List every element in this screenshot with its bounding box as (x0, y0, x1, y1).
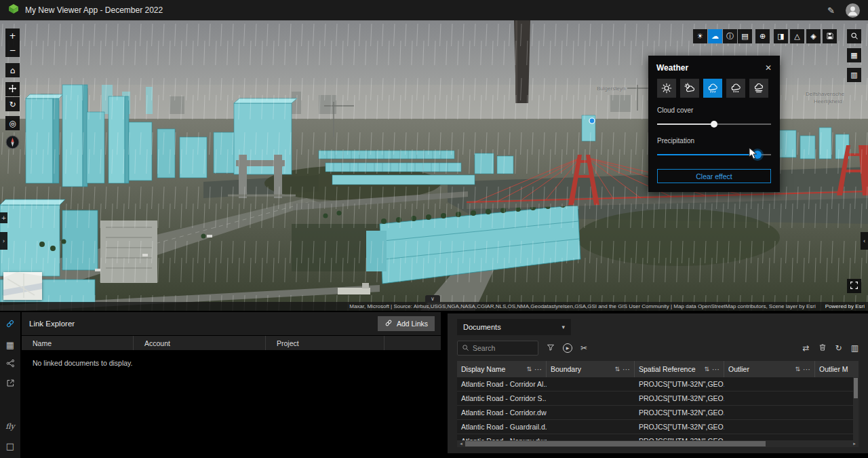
zoom-in-button[interactable]: + (5, 28, 20, 43)
tool-save[interactable] (823, 29, 837, 43)
column-menu-icon[interactable]: ⋯ (623, 366, 630, 373)
app-title: My New Viewer App - December 2022 (25, 5, 163, 15)
weather-mode-foggy[interactable] (749, 79, 768, 98)
search-input[interactable] (473, 344, 527, 352)
column-header-name[interactable]: Name (22, 336, 134, 350)
documents-dropdown[interactable]: Documents ▾ (457, 319, 571, 335)
column-header-outlier-m[interactable]: Outlier M (819, 365, 854, 373)
layers-icon: ◈ (810, 33, 816, 40)
search-box[interactable] (457, 341, 538, 356)
partly-cloudy-icon (684, 83, 695, 94)
right-panel-toggle[interactable]: ‹ (861, 232, 868, 250)
columns-icon: ▥ (851, 344, 859, 352)
powered-by-esri: Powered by Esri (825, 303, 865, 309)
clip-button[interactable]: ✂ (580, 344, 587, 352)
map-label: Delfshavensche (806, 91, 844, 97)
add-links-label: Add Links (397, 320, 428, 328)
orbit-button[interactable]: ◎ (5, 116, 20, 130)
table-row[interactable]: Atlantic Road - Corridor Al...PROJCS["UT… (457, 377, 859, 392)
zoom-out-button[interactable]: − (5, 43, 20, 57)
rotate-button[interactable]: ↻ (5, 97, 20, 111)
link-icon (384, 319, 393, 328)
tool-search[interactable] (847, 29, 861, 43)
dock-frame-button[interactable]: □ (4, 440, 16, 452)
chevron-right-icon: › (3, 238, 5, 244)
precipitation-handle[interactable] (753, 151, 762, 159)
apps-grid-button[interactable]: ▦ (847, 48, 861, 62)
compass-button[interactable] (5, 135, 20, 152)
link-icon (5, 319, 15, 331)
slides-icon: ◨ (777, 33, 784, 40)
column-header-boundary[interactable]: Boundary (551, 365, 612, 373)
column-header-project[interactable]: Project (266, 336, 384, 350)
table-row[interactable]: Atlantic Road - Corridor.dwgPROJCS["UTM-… (457, 406, 859, 420)
table-vertical-scrollbar[interactable] (853, 377, 859, 440)
dock-fly-button[interactable]: fly (4, 420, 16, 432)
home-button[interactable]: ⌂ (5, 63, 20, 77)
sort-icon[interactable]: ⇅ (614, 366, 620, 373)
sort-icon[interactable]: ⇅ (704, 366, 709, 373)
tool-layers[interactable]: ◈ (806, 29, 821, 43)
tool-info[interactable]: ⓘ (723, 29, 737, 43)
column-menu-icon[interactable]: ⋯ (803, 366, 810, 373)
table-row[interactable]: Atlantic Road - Corridor S...PROJCS["UTM… (457, 392, 859, 406)
run-button[interactable]: ▶ (563, 343, 572, 353)
tool-basemap[interactable]: ⊕ (755, 29, 770, 43)
weather-mode-rainy[interactable] (703, 79, 722, 98)
filter-button[interactable] (547, 342, 555, 354)
clear-effect-button[interactable]: Clear effect (657, 169, 771, 183)
column-menu-icon[interactable]: ⋯ (712, 366, 719, 373)
column-header-display-name[interactable]: Display Name (461, 365, 524, 373)
scrollbar-thumb[interactable] (465, 441, 766, 446)
close-icon[interactable]: ✕ (765, 64, 772, 72)
attribution-text: Maxar, Microsoft | Source: Airbus,USGS,N… (349, 303, 816, 309)
bottom-dock: ▦ fly □ (0, 312, 20, 458)
tool-weather[interactable]: ☁ (708, 29, 722, 43)
tool-measure[interactable]: ▤ (738, 29, 752, 43)
columns-button[interactable]: ▥ (851, 344, 859, 352)
user-avatar[interactable] (846, 3, 860, 18)
column-header-outlier[interactable]: Outlier (728, 365, 792, 373)
column-header-account[interactable]: Account (134, 336, 266, 350)
weather-mode-snowy[interactable] (726, 79, 745, 98)
column-header-spatial-reference[interactable]: Spatial Reference (639, 365, 701, 373)
dock-share-button[interactable] (4, 358, 16, 370)
attribution-collapse-tab[interactable]: ∨ (425, 295, 440, 303)
app-logo-icon (8, 3, 19, 17)
tool-slice[interactable]: △ (790, 29, 804, 43)
swap-columns-button[interactable]: ⇄ (803, 344, 810, 352)
dock-table-button[interactable]: ▦ (4, 339, 16, 351)
weather-mode-group (648, 79, 780, 98)
pan-button[interactable] (5, 82, 20, 96)
delete-button[interactable] (818, 342, 827, 354)
table-horizontal-scrollbar[interactable]: ◂ ▸ (457, 440, 859, 447)
panels-button[interactable]: ▥ (847, 68, 861, 82)
table-row[interactable]: Atlantic Road - Guardrail.d...PROJCS["UT… (457, 420, 859, 434)
cloud-cover-slider[interactable] (657, 120, 771, 128)
scroll-right-arrow[interactable]: ▸ (850, 441, 859, 446)
add-links-button[interactable]: Add Links (378, 316, 435, 331)
tool-slides[interactable]: ◨ (774, 29, 788, 43)
home-icon: ⌂ (10, 66, 16, 75)
edit-app-icon[interactable]: ✎ (827, 6, 835, 15)
sort-icon[interactable]: ⇅ (795, 366, 800, 373)
add-panel-button[interactable]: + (0, 212, 7, 223)
dock-export-button[interactable] (4, 378, 16, 390)
column-menu-icon[interactable]: ⋯ (534, 366, 542, 373)
scroll-left-arrow[interactable]: ◂ (457, 441, 465, 446)
cloud-cover-handle[interactable] (711, 121, 717, 128)
play-icon: ▶ (563, 343, 572, 353)
dock-links-button[interactable] (4, 319, 16, 331)
weather-mode-sunny[interactable] (657, 79, 676, 98)
fullscreen-button[interactable] (847, 279, 861, 293)
left-panel-toggle[interactable]: › (0, 232, 7, 250)
table-row[interactable]: Atlantic Road - Norway.dwgPROJCS["UTM-32… (457, 434, 859, 440)
tool-daylight[interactable]: ☀ (693, 29, 707, 43)
plus-icon: + (9, 32, 16, 40)
weather-mode-cloudy[interactable] (680, 79, 699, 98)
overview-minimap[interactable] (3, 272, 42, 300)
refresh-button[interactable]: ↻ (835, 344, 842, 352)
slice-icon: △ (794, 33, 800, 40)
precipitation-slider[interactable] (657, 151, 771, 159)
sort-icon[interactable]: ⇅ (526, 366, 532, 373)
